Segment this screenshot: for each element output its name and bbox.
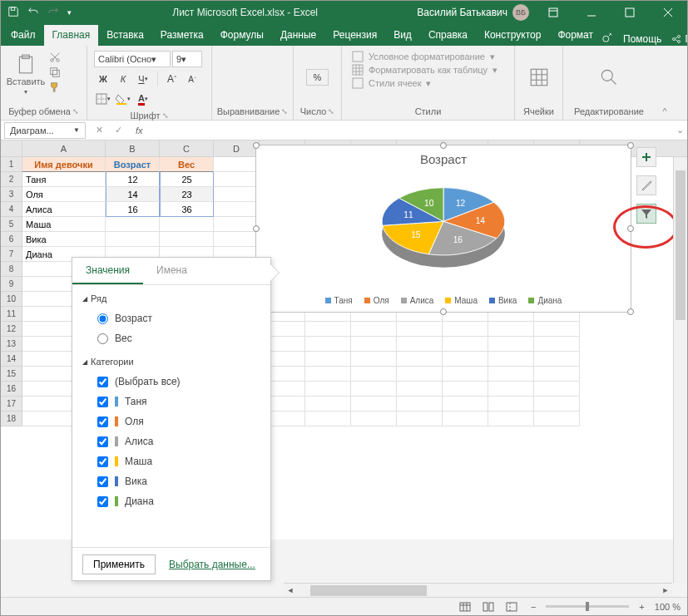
paste-button[interactable]: Вставить ▾ <box>6 49 46 99</box>
cell[interactable] <box>443 352 488 367</box>
legend-item[interactable]: Алиса <box>401 296 434 305</box>
table-cell[interactable] <box>106 217 160 232</box>
row-header[interactable]: 3 <box>1 187 22 202</box>
row-header[interactable]: 17 <box>1 397 22 411</box>
cell[interactable] <box>351 337 397 352</box>
cell[interactable] <box>397 352 443 367</box>
legend-item[interactable]: Маша <box>445 296 478 305</box>
copy-icon[interactable] <box>47 66 62 79</box>
chart-filter-icon[interactable] <box>636 204 656 224</box>
cell[interactable] <box>214 187 260 202</box>
conditional-formatting-button[interactable]: Условное форматирование ▾ <box>352 51 495 62</box>
col-header[interactable]: B <box>106 140 160 156</box>
undo-icon[interactable] <box>27 6 39 20</box>
font-family-combo[interactable]: Calibri (Осно▾ <box>94 51 171 67</box>
filter-tab-0[interactable]: Значения <box>72 258 143 284</box>
row-header[interactable]: 12 <box>1 322 22 337</box>
borders-icon[interactable]: ▾ <box>94 91 112 107</box>
row-header[interactable]: 4 <box>1 202 22 217</box>
row-header[interactable]: 2 <box>1 172 22 187</box>
cell[interactable] <box>397 411 443 426</box>
tab-Справка[interactable]: Справка <box>420 25 476 46</box>
qat-dropdown-icon[interactable]: ▾ <box>67 8 72 17</box>
row-header[interactable]: 10 <box>1 292 22 307</box>
cell[interactable] <box>305 322 351 337</box>
cell[interactable] <box>488 322 534 337</box>
tab-Вид[interactable]: Вид <box>385 25 420 46</box>
zoom-level[interactable]: 100 % <box>655 602 681 612</box>
cell[interactable] <box>397 397 443 411</box>
cell[interactable] <box>305 397 351 411</box>
cell[interactable] <box>351 411 397 426</box>
percent-button[interactable]: % <box>306 69 329 86</box>
table-cell[interactable] <box>160 232 214 247</box>
row-header[interactable]: 5 <box>1 217 22 232</box>
grow-font-icon[interactable]: A˄ <box>163 71 181 87</box>
editing-button[interactable] <box>589 52 629 102</box>
cell[interactable] <box>488 337 534 352</box>
select-all-corner[interactable] <box>1 140 22 156</box>
cell[interactable] <box>534 337 580 352</box>
cell[interactable] <box>397 337 443 352</box>
table-cell[interactable]: Маша <box>22 217 106 232</box>
cell[interactable] <box>397 382 443 397</box>
italic-button[interactable]: К <box>114 71 132 87</box>
select-data-link[interactable]: Выбрать данные... <box>169 559 255 570</box>
row-header[interactable]: 9 <box>1 277 22 292</box>
tab-Формат[interactable]: Формат <box>549 25 601 46</box>
cell[interactable] <box>534 367 580 382</box>
cell[interactable] <box>443 367 488 382</box>
row-header[interactable]: 7 <box>1 247 22 262</box>
tab-Рецензия[interactable]: Рецензия <box>324 25 385 46</box>
horizontal-scrollbar[interactable]: ◄► <box>284 583 672 597</box>
zoom-out-button[interactable]: − <box>526 602 541 612</box>
close-icon[interactable] <box>649 1 687 24</box>
col-header[interactable]: A <box>22 140 106 156</box>
legend-item[interactable]: Вика <box>489 296 517 305</box>
pie-chart[interactable]: 121416151110 <box>364 175 522 275</box>
select-all-checkbox[interactable]: (Выбрать все) <box>82 372 260 392</box>
legend-item[interactable]: Таня <box>325 296 353 305</box>
cell[interactable] <box>534 322 580 337</box>
expand-formula-bar-icon[interactable]: ⌄ <box>672 125 687 136</box>
filter-tab-1[interactable]: Имена <box>143 258 200 284</box>
tab-Формулы[interactable]: Формулы <box>212 25 272 46</box>
category-checkbox[interactable]: Оля <box>82 411 260 431</box>
cell[interactable] <box>214 172 260 187</box>
chart-styles-icon[interactable] <box>636 175 656 195</box>
format-painter-icon[interactable] <box>47 81 62 94</box>
chart-object[interactable]: Возраст 121416151110 ТаняОляАлисаМашаВик… <box>255 145 631 313</box>
row-header[interactable]: 11 <box>1 307 22 322</box>
shrink-font-icon[interactable]: A˅ <box>183 71 201 87</box>
name-box[interactable]: Диаграм...▼ <box>4 122 86 139</box>
cell[interactable] <box>305 337 351 352</box>
cell[interactable] <box>443 397 488 411</box>
redo-icon[interactable] <box>47 6 59 20</box>
category-checkbox[interactable]: Алиса <box>82 431 260 451</box>
cell[interactable] <box>214 202 260 217</box>
chart-legend[interactable]: ТаняОляАлисаМашаВикаДиана <box>256 296 631 305</box>
apply-button[interactable]: Применить <box>82 554 156 574</box>
cell-styles-button[interactable]: Стили ячеек ▾ <box>352 77 431 89</box>
maximize-icon[interactable] <box>611 1 649 24</box>
cell[interactable] <box>488 382 534 397</box>
cell[interactable] <box>351 382 397 397</box>
cell[interactable] <box>443 382 488 397</box>
category-checkbox[interactable]: Маша <box>82 451 260 471</box>
table-cell[interactable] <box>160 217 214 232</box>
table-cell[interactable]: Алиса <box>22 202 106 217</box>
cell[interactable] <box>214 157 260 172</box>
row-header[interactable]: 6 <box>1 232 22 247</box>
tab-Главная[interactable]: Главная <box>44 25 99 46</box>
cell[interactable] <box>351 397 397 411</box>
minimize-icon[interactable] <box>572 1 611 24</box>
save-icon[interactable] <box>7 6 19 20</box>
row-header[interactable]: 1 <box>1 157 22 172</box>
enter-icon[interactable]: ✓ <box>115 125 122 136</box>
legend-item[interactable]: Оля <box>364 296 389 305</box>
cell[interactable] <box>443 337 488 352</box>
zoom-slider[interactable] <box>546 605 629 608</box>
normal-view-icon[interactable] <box>456 599 474 614</box>
cell[interactable] <box>488 367 534 382</box>
ribbon-options-icon[interactable] <box>534 1 572 24</box>
